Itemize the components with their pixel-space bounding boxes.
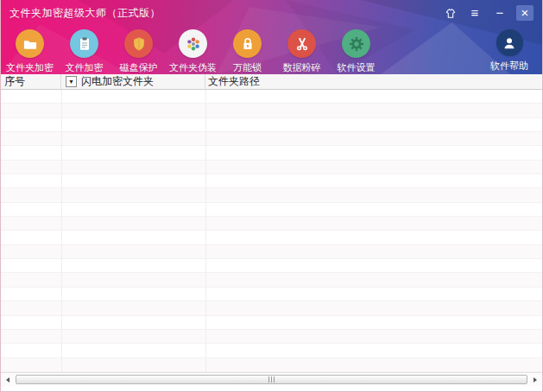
table-row[interactable] bbox=[1, 188, 542, 202]
table-header: 序号 ▼ 闪电加密文件夹 文件夹路径 bbox=[1, 74, 542, 90]
app-window: 文件夹加密超级大师（正式版） ≡ − × 文件夹 bbox=[0, 0, 543, 392]
lock-icon bbox=[233, 29, 262, 58]
toolbar-item-data-shred[interactable]: 数据粉碎 bbox=[275, 29, 329, 74]
table-row[interactable] bbox=[1, 104, 542, 117]
table-row[interactable] bbox=[1, 146, 542, 160]
column-label: 闪电加密文件夹 bbox=[81, 74, 154, 89]
toolbar-label: 软件设置 bbox=[338, 61, 376, 74]
column-header-encrypted-folder[interactable]: ▼ 闪电加密文件夹 bbox=[61, 74, 205, 89]
table-row[interactable] bbox=[1, 358, 542, 372]
table-body[interactable] bbox=[1, 90, 542, 372]
filter-dropdown-icon[interactable]: ▼ bbox=[66, 76, 77, 87]
column-label: 文件夹路径 bbox=[208, 74, 260, 89]
toolbar: 文件夹加密 文件加密 bbox=[1, 26, 542, 74]
table-row[interactable] bbox=[1, 344, 542, 357]
user-icon bbox=[496, 29, 523, 56]
column-header-folder-path[interactable]: 文件夹路径 bbox=[205, 74, 542, 89]
table-row[interactable] bbox=[1, 217, 542, 231]
table-row[interactable] bbox=[1, 316, 542, 330]
scrollbar-thumb[interactable] bbox=[16, 375, 527, 384]
toolbar-label: 文件夹加密 bbox=[6, 61, 54, 74]
table-row[interactable] bbox=[1, 301, 542, 315]
table-row[interactable] bbox=[1, 259, 542, 273]
app-header: 文件夹加密超级大师（正式版） ≡ − × 文件夹 bbox=[1, 0, 542, 74]
toolbar-item-disk-protect[interactable]: 磁盘保护 bbox=[111, 29, 166, 74]
gear-icon bbox=[342, 29, 370, 58]
toolbar-item-help[interactable]: 软件帮助 bbox=[478, 29, 540, 73]
toolbar-label: 文件夹伪装 bbox=[169, 61, 217, 74]
close-button[interactable]: × bbox=[516, 5, 534, 21]
scroll-right-icon[interactable] bbox=[528, 373, 542, 386]
title-bar: 文件夹加密超级大师（正式版） ≡ − × bbox=[1, 0, 542, 26]
toolbar-item-folder-disguise[interactable]: 文件夹伪装 bbox=[166, 29, 220, 74]
table-row[interactable] bbox=[1, 330, 542, 344]
minimize-button[interactable]: − bbox=[491, 5, 508, 21]
table-row[interactable] bbox=[1, 161, 542, 174]
bottom-filler bbox=[1, 386, 542, 391]
scissors-icon bbox=[287, 29, 316, 58]
toolbar-label: 磁盘保护 bbox=[120, 61, 158, 74]
table-row[interactable] bbox=[1, 273, 542, 287]
toolbar-label: 软件帮助 bbox=[490, 60, 528, 73]
window-controls: ≡ − × bbox=[441, 5, 534, 21]
toolbar-item-folder-encrypt[interactable]: 文件夹加密 bbox=[3, 29, 57, 74]
column-divider bbox=[61, 90, 62, 372]
shield-icon bbox=[124, 29, 153, 58]
toolbar-item-file-encrypt[interactable]: 文件加密 bbox=[57, 29, 111, 74]
column-divider bbox=[205, 90, 206, 372]
table-row[interactable] bbox=[1, 245, 542, 259]
window-title: 文件夹加密超级大师（正式版） bbox=[9, 6, 161, 21]
clipboard-icon bbox=[70, 29, 98, 58]
horizontal-scrollbar[interactable] bbox=[1, 372, 542, 386]
toolbar-label: 万能锁 bbox=[233, 61, 262, 74]
table-row[interactable] bbox=[1, 90, 542, 104]
table-row[interactable] bbox=[1, 288, 542, 301]
table-row[interactable] bbox=[1, 203, 542, 217]
toolbar-label: 文件加密 bbox=[66, 61, 104, 74]
table-row[interactable] bbox=[1, 174, 542, 188]
color-wheel-icon bbox=[179, 29, 207, 58]
column-label: 序号 bbox=[4, 74, 25, 89]
column-header-index[interactable]: 序号 bbox=[1, 74, 61, 89]
table-row[interactable] bbox=[1, 231, 542, 244]
toolbar-label: 数据粉碎 bbox=[283, 61, 321, 74]
folder-icon bbox=[16, 29, 44, 58]
menu-icon[interactable]: ≡ bbox=[466, 5, 483, 21]
toolbar-item-universal-lock[interactable]: 万能锁 bbox=[220, 29, 275, 74]
skin-icon[interactable] bbox=[441, 5, 458, 21]
scroll-left-icon[interactable] bbox=[1, 373, 15, 386]
toolbar-item-settings[interactable]: 软件设置 bbox=[329, 29, 383, 74]
table-row[interactable] bbox=[1, 118, 542, 132]
table-row[interactable] bbox=[1, 132, 542, 146]
